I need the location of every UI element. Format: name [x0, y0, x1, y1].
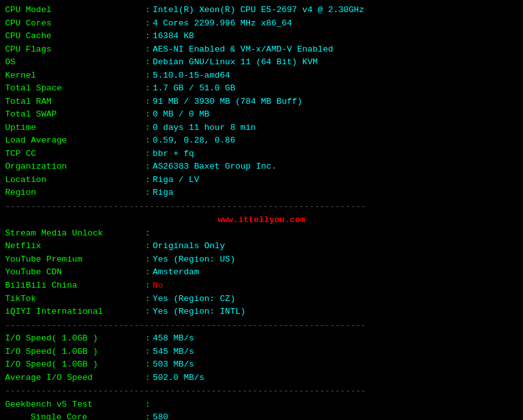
bilibili-label: BiliBili China	[5, 279, 145, 293]
cpu-flags-row: CPU Flags : AES-NI Enabled & VM-x/AMD-V …	[5, 43, 518, 57]
cpu-model-value: Intel(R) Xeon(R) CPU E5-2697 v4 @ 2.30GH…	[153, 4, 364, 17]
total-swap-value: 0 MB / 0 MB	[153, 108, 209, 122]
org-row: Organization : AS26383 Baxet Group Inc.	[5, 160, 518, 174]
org-label: Organization	[5, 160, 145, 174]
load-avg-row: Load Average : 0.59, 0.28, 0.86	[5, 134, 518, 148]
tcp-cc-row: TCP CC : bbr + fq	[5, 148, 518, 161]
cpu-cores-value: 4 Cores 2299.996 MHz x86_64	[153, 17, 292, 31]
stream-media-row: Stream Media Unlock :	[5, 227, 518, 241]
io-speed1-value: 458 MB/s	[153, 332, 194, 346]
youtube-cdn-label: YouTube CDN	[5, 266, 145, 279]
tcp-cc-value: bbr + fq	[153, 148, 194, 161]
region-value: Riga	[153, 186, 173, 200]
org-value: AS26383 Baxet Group Inc.	[153, 160, 276, 174]
io-speed1-label: I/O Speed( 1.0GB )	[5, 332, 145, 346]
kernel-label: Kernel	[5, 69, 145, 83]
netflix-value: Originals Only	[153, 240, 225, 253]
io-avg-label: Average I/O Speed	[5, 372, 145, 385]
geekbench-title-row: Geekbench v5 Test :	[5, 398, 518, 412]
tiktok-value: Yes (Region: CZ)	[153, 293, 235, 306]
total-ram-value: 91 MB / 3930 MB (784 MB Buff)	[153, 95, 302, 109]
os-value: Debian GNU/Linux 11 (64 Bit) KVM	[153, 56, 317, 69]
cpu-flags-value: AES-NI Enabled & VM-x/AMD-V Enabled	[153, 43, 333, 57]
netflix-label: Netflix	[5, 240, 145, 253]
load-avg-label: Load Average	[5, 134, 145, 148]
total-ram-label: Total RAM	[5, 95, 145, 109]
location-value: Riga / LV	[153, 174, 199, 187]
bilibili-value: No	[153, 279, 163, 293]
youtube-cdn-row: YouTube CDN : Amsterdam	[5, 266, 518, 279]
io-speed2-label: I/O Speed( 1.0GB )	[5, 346, 145, 359]
kernel-row: Kernel : 5.10.0-15-amd64	[5, 69, 518, 83]
io-speed2-row: I/O Speed( 1.0GB ) : 545 MB/s	[5, 346, 518, 359]
divider-2: ----------------------------------------…	[5, 319, 518, 333]
region-row: Region : Riga	[5, 186, 518, 200]
location-label: Location	[5, 174, 145, 187]
tiktok-label: TikTok	[5, 293, 145, 306]
cpu-cache-value: 16384 KB	[153, 30, 194, 43]
total-ram-row: Total RAM : 91 MB / 3930 MB (784 MB Buff…	[5, 95, 518, 109]
region-label: Region	[5, 186, 145, 200]
cpu-model-label: CPU Model	[5, 4, 145, 17]
youtube-premium-row: YouTube Premium : Yes (Region: US)	[5, 253, 518, 267]
load-avg-value: 0.59, 0.28, 0.86	[153, 134, 235, 148]
io-speed3-value: 503 MB/s	[153, 358, 194, 372]
total-space-row: Total Space : 1.7 GB / 51.0 GB	[5, 82, 518, 95]
cpu-flags-label: CPU Flags	[5, 43, 145, 57]
iqiyi-label: iQIYI International	[5, 305, 145, 319]
iqiyi-value: Yes (Region: INTL)	[153, 305, 246, 319]
total-space-value: 1.7 GB / 51.0 GB	[153, 82, 235, 95]
io-speed3-label: I/O Speed( 1.0GB )	[5, 358, 145, 372]
iqiyi-row: iQIYI International : Yes (Region: INTL)	[5, 305, 518, 319]
io-speed1-row: I/O Speed( 1.0GB ) : 458 MB/s	[5, 332, 518, 346]
cpu-cache-row: CPU Cache : 16384 KB	[5, 30, 518, 43]
youtube-premium-value: Yes (Region: US)	[153, 253, 235, 267]
geekbench-title-label: Geekbench v5 Test	[5, 398, 145, 412]
cpu-cache-label: CPU Cache	[5, 30, 145, 43]
geekbench-single-row: Single Core : 580	[5, 411, 518, 420]
io-speed2-value: 545 MB/s	[153, 346, 194, 359]
cpu-cores-label: CPU Cores	[5, 17, 145, 31]
uptime-value: 0 days 11 hour 8 min	[153, 122, 256, 135]
youtube-cdn-value: Amsterdam	[153, 266, 199, 279]
geekbench-single-value: 580	[153, 411, 168, 420]
total-space-label: Total Space	[5, 82, 145, 95]
total-swap-label: Total SWAP	[5, 108, 145, 122]
tcp-cc-label: TCP CC	[5, 148, 145, 161]
uptime-label: Uptime	[5, 122, 145, 135]
location-row: Location : Riga / LV	[5, 174, 518, 187]
cpu-model-row: CPU Model : Intel(R) Xeon(R) CPU E5-2697…	[5, 4, 518, 17]
uptime-row: Uptime : 0 days 11 hour 8 min	[5, 122, 518, 135]
divider-1: ----------------------------------------…	[5, 200, 518, 214]
io-avg-row: Average I/O Speed : 502.0 MB/s	[5, 372, 518, 385]
os-row: OS : Debian GNU/Linux 11 (64 Bit) KVM	[5, 56, 518, 69]
os-label: OS	[5, 56, 145, 69]
io-speed3-row: I/O Speed( 1.0GB ) : 503 MB/s	[5, 358, 518, 372]
geekbench-single-label: Single Core	[5, 411, 145, 420]
tiktok-row: TikTok : Yes (Region: CZ)	[5, 293, 518, 306]
bilibili-row: BiliBili China : No	[5, 279, 518, 293]
media-header: www.ittellyou.com	[5, 213, 518, 227]
kernel-value: 5.10.0-15-amd64	[153, 69, 230, 83]
total-swap-row: Total SWAP : 0 MB / 0 MB	[5, 108, 518, 122]
cpu-cores-row: CPU Cores : 4 Cores 2299.996 MHz x86_64	[5, 17, 518, 31]
youtube-premium-label: YouTube Premium	[5, 253, 145, 267]
netflix-row: Netflix : Originals Only	[5, 240, 518, 253]
io-avg-value: 502.0 MB/s	[153, 372, 204, 385]
stream-media-label: Stream Media Unlock	[5, 227, 145, 241]
divider-3: ----------------------------------------…	[5, 384, 518, 398]
